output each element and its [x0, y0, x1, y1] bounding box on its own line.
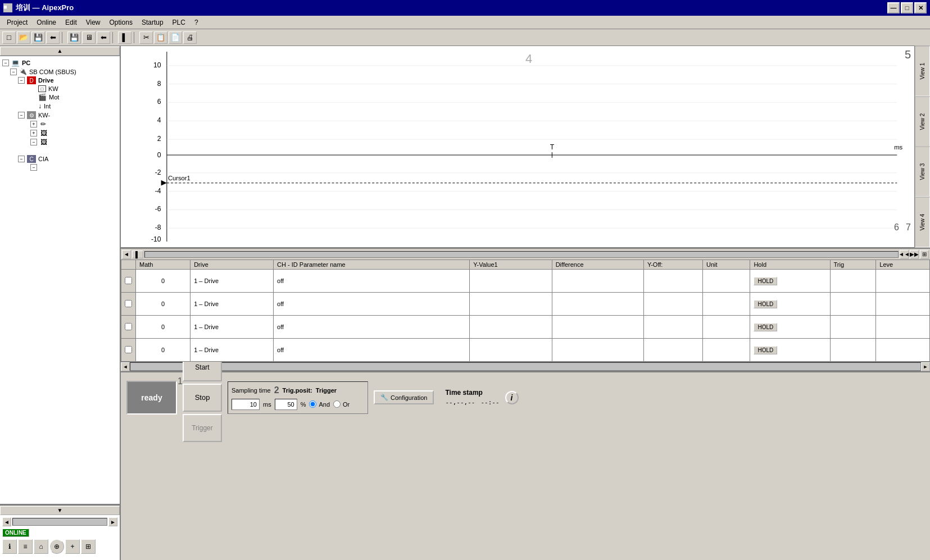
row2-check[interactable] — [121, 293, 136, 316]
row4-hold-btn[interactable]: HOLD — [754, 346, 777, 354]
tree-scroll-down[interactable]: ▼ — [0, 506, 120, 515]
toolbar-save[interactable]: 💾 — [31, 31, 45, 44]
info-icon-btn[interactable]: ℹ — [2, 539, 17, 554]
radio-and-input[interactable] — [309, 400, 316, 408]
minimize-button[interactable]: — — [887, 2, 900, 13]
tree-expand-sub3[interactable]: − — [30, 139, 37, 145]
chart-scroll-handle[interactable]: ▌ — [132, 251, 143, 258]
row3-hold-btn[interactable]: HOLD — [754, 323, 777, 331]
tree-node-kw2[interactable]: − ⚙ KW- — [2, 111, 117, 120]
tree-expand-cia-sub[interactable]: − — [30, 164, 37, 171]
menu-bar: Project Online Edit View Options Startup… — [0, 16, 930, 29]
tree-scroll-up[interactable]: ▲ — [0, 47, 120, 56]
view-tab-4[interactable]: View 4 — [915, 197, 930, 248]
toolbar-new[interactable]: □ — [2, 31, 16, 44]
menu-project[interactable]: Project — [2, 17, 32, 28]
toolbar-back[interactable]: ⬅ — [46, 31, 60, 44]
tscroll-right[interactable]: ► — [921, 362, 930, 371]
tree-node-int[interactable]: ↓ Int — [2, 102, 117, 111]
view-tab-1[interactable]: View 1 — [915, 46, 930, 97]
tree-node-sub3[interactable]: − 🖼 — [2, 138, 117, 147]
sampling-input[interactable] — [232, 399, 260, 410]
hscroll-left[interactable]: ◄ — [2, 517, 11, 526]
kw2-icon: ⚙ — [27, 111, 36, 119]
tree-node-sub1[interactable]: + ✏ — [2, 120, 117, 129]
row4-hold[interactable]: HOLD — [750, 339, 830, 362]
hscroll-track[interactable] — [12, 518, 107, 526]
toolbar-cut[interactable]: ✂ — [139, 31, 153, 44]
tree-node-pc[interactable]: − 💻 PC — [2, 58, 117, 67]
menu-options[interactable]: Options — [105, 17, 137, 28]
tree-node-cia[interactable]: − C CIA — [2, 154, 117, 163]
view-tab-2[interactable]: View 2 — [915, 97, 930, 147]
toolbar-monitor[interactable]: 🖥 — [82, 31, 96, 44]
trigger-button[interactable]: Trigger — [183, 414, 222, 442]
chart-scroll-fast1[interactable]: ◄◄ — [900, 250, 909, 259]
toolbar-block[interactable]: ▌ — [118, 31, 131, 44]
menu-edit[interactable]: Edit — [61, 17, 81, 28]
toolbar-copy[interactable]: 📋 — [154, 31, 167, 44]
list-icon-btn[interactable]: ≡ — [18, 539, 33, 554]
stop-button[interactable]: Stop — [183, 384, 222, 412]
grid-icon-btn[interactable]: ⊞ — [81, 539, 96, 554]
tree-expand-cia[interactable]: − — [18, 156, 25, 162]
row4-check[interactable] — [121, 339, 136, 362]
row1-hold-btn[interactable]: HOLD — [754, 277, 777, 285]
maximize-button[interactable]: □ — [901, 2, 913, 13]
info-button[interactable]: i — [505, 391, 519, 404]
toolbar-open[interactable]: 📂 — [17, 31, 30, 44]
row4-unit — [702, 339, 750, 362]
menu-startup[interactable]: Startup — [137, 17, 168, 28]
state-ready-btn[interactable]: ready — [126, 381, 177, 415]
row4-checkbox[interactable] — [125, 346, 132, 353]
menu-plc[interactable]: PLC — [168, 17, 190, 28]
row3-hold[interactable]: HOLD — [750, 316, 830, 339]
row2-hold[interactable]: HOLD — [750, 293, 830, 316]
tree-node-mot[interactable]: 🎬 Mot — [2, 93, 117, 102]
network-icon-btn[interactable]: ⊕ — [49, 539, 64, 554]
view-tab-3[interactable]: View 3 — [915, 147, 930, 197]
chart-scroll-left[interactable]: ◄ — [122, 250, 131, 259]
chart-scroll-track[interactable] — [144, 251, 899, 258]
add-icon-btn[interactable]: + — [65, 539, 80, 554]
tree-node-cia-sub[interactable]: − — [2, 163, 117, 171]
row1-hold[interactable]: HOLD — [750, 270, 830, 293]
menu-view[interactable]: View — [81, 17, 105, 28]
chart-scroll-fast2[interactable]: ▶▶ — [910, 250, 919, 259]
tree-expand-kw2[interactable]: − — [18, 112, 25, 119]
row1-checkbox[interactable] — [125, 277, 132, 284]
svg-text:Cursor1: Cursor1 — [168, 175, 190, 181]
close-button[interactable]: ✕ — [914, 2, 927, 13]
tree-expand-drive[interactable]: − — [18, 77, 25, 84]
tscroll-left[interactable]: ◄ — [121, 362, 130, 371]
chart-scroll-grid[interactable]: ⊞ — [920, 250, 929, 259]
row3-checkbox[interactable] — [125, 323, 132, 330]
tscroll-track[interactable] — [130, 362, 921, 371]
home-icon-btn[interactable]: ⌂ — [34, 539, 48, 554]
control-btns: Start Stop Trigger — [183, 353, 222, 442]
percent-input[interactable] — [275, 399, 297, 410]
tree-node-drive[interactable]: − D Drive — [2, 76, 117, 85]
toolbar-paste[interactable]: 📄 — [169, 31, 182, 44]
toolbar-arrow[interactable]: ⬅ — [97, 31, 110, 44]
row1-check[interactable] — [121, 270, 136, 293]
radio-or-input[interactable] — [333, 400, 341, 408]
row2-hold-btn[interactable]: HOLD — [754, 300, 777, 308]
config-button[interactable]: 🔧 Configuration — [374, 390, 434, 404]
tree-node-kw[interactable]: □ KW — [2, 85, 117, 93]
svg-text:8: 8 — [157, 80, 161, 88]
toolbar-save2[interactable]: 💾 — [67, 31, 81, 44]
row3-check[interactable] — [121, 316, 136, 339]
hscroll-right[interactable]: ► — [108, 517, 117, 526]
svg-text:-6: -6 — [155, 206, 161, 213]
tree-node-sub2[interactable]: + 🖼 — [2, 129, 117, 138]
tree-node-sbus[interactable]: − 🔌 SB COM (SBUS) — [2, 67, 117, 76]
menu-online[interactable]: Online — [32, 17, 61, 28]
row2-checkbox[interactable] — [125, 300, 132, 307]
tree-expand-sub1[interactable]: + — [30, 121, 37, 128]
menu-help[interactable]: ? — [190, 17, 203, 28]
tree-expand-sbus[interactable]: − — [10, 69, 17, 75]
tree-expand-sub2[interactable]: + — [30, 130, 37, 136]
tree-expand-pc[interactable]: − — [2, 60, 9, 66]
toolbar-print[interactable]: 🖨 — [183, 31, 197, 44]
